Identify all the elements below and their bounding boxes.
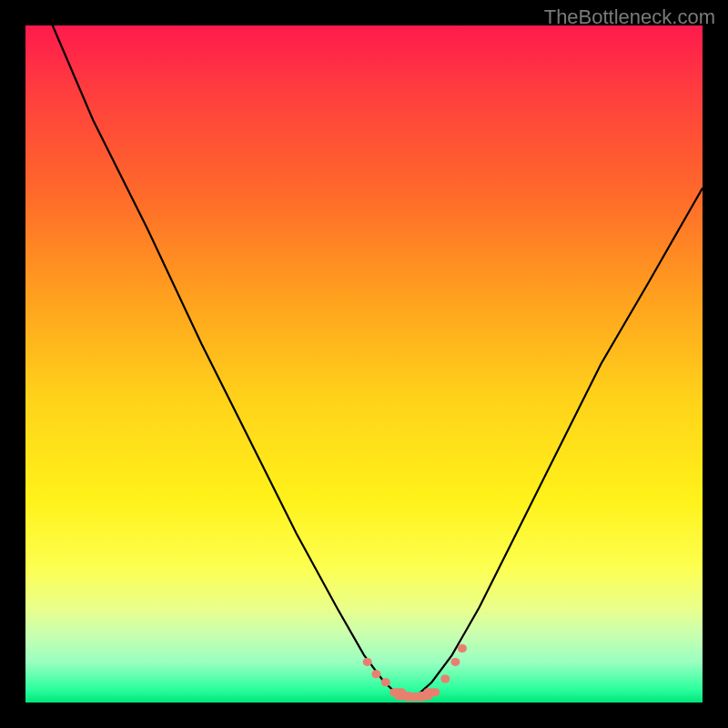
trough-marker [423,688,440,696]
trough-markers [363,644,467,702]
trough-marker [381,678,390,686]
chart-frame: TheBottleneck.com [0,0,728,728]
chart-svg [25,25,703,703]
trough-marker [371,670,380,678]
trough-marker [450,658,460,666]
curve-right [408,188,703,699]
trough-marker [458,644,467,652]
trough-marker [440,675,450,683]
curve-left [53,25,409,699]
trough-marker [363,658,372,666]
plot-area [25,25,703,703]
